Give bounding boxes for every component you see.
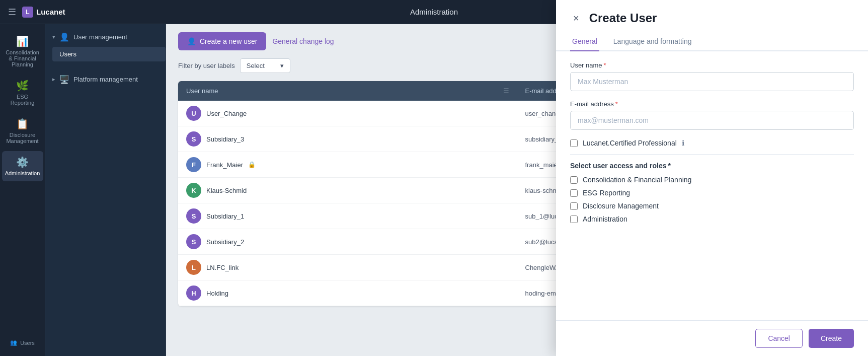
certified-label: Lucanet.Certified Professional — [583, 139, 677, 147]
role-row-admin: Administration — [570, 215, 854, 223]
platform-management-label: Platform management — [73, 76, 138, 83]
username-input[interactable] — [570, 72, 854, 91]
sidebar-item-label: ESG Reporting — [6, 94, 39, 106]
sidebar-bottom: 👥 Users — [0, 335, 45, 356]
roles-list: Consolidation & Financial Planning ESG R… — [570, 176, 854, 223]
tab-language[interactable]: Language and formatting — [611, 32, 694, 51]
role-row-esg: ESG Reporting — [570, 189, 854, 197]
cell-username: U User_Change — [178, 101, 517, 126]
user-management-label: User management — [73, 33, 127, 41]
role-row-dm: Disclosure Management — [570, 202, 854, 210]
chevron-right-icon: ▸ — [52, 76, 55, 83]
username-label: User name * — [570, 61, 854, 69]
user-mgmt-icon: 👤 — [59, 32, 69, 42]
role-checkbox-cfp[interactable] — [570, 176, 578, 184]
logo-text: Lucanet — [36, 8, 65, 16]
logo-icon: L — [22, 7, 33, 18]
username-text: Subsidiary_1 — [206, 212, 244, 220]
roles-section-label: Select user access and roles * — [570, 162, 854, 170]
topbar-title: Administration — [410, 8, 458, 16]
modal-footer: Cancel Create — [556, 320, 868, 356]
hamburger-icon[interactable]: ☰ — [8, 7, 16, 18]
chevron-down-icon: ▾ — [280, 62, 284, 69]
required-asterisk: * — [668, 162, 670, 170]
avatar: L — [186, 260, 201, 275]
close-button[interactable]: × — [570, 12, 582, 25]
username-text: User_Change — [206, 110, 247, 117]
logo: L Lucanet — [22, 7, 65, 18]
certified-checkbox-row: Lucanet.Certified Professional ℹ — [570, 139, 854, 147]
role-checkbox-esg[interactable] — [570, 189, 578, 197]
sidebar-item-users[interactable]: Users — [52, 47, 166, 61]
tab-general[interactable]: General — [570, 32, 599, 51]
role-row-cfp: Consolidation & Financial Planning — [570, 176, 854, 184]
platform-icon: 🖥️ — [59, 75, 69, 84]
filter-select[interactable]: Select ▾ — [240, 58, 290, 73]
chart-icon: 📊 — [16, 35, 29, 47]
role-label-esg: ESG Reporting — [583, 189, 630, 197]
second-sidebar: ▾ 👤 User management Users ▸ 🖥️ Platform … — [45, 24, 166, 356]
cell-username: L LN.FC_link — [178, 255, 517, 280]
platform-management-section: ▸ 🖥️ Platform management — [45, 66, 166, 92]
cell-username: S Subsidiary_2 — [178, 229, 517, 254]
modal-title: Create User — [589, 11, 657, 25]
username-text: LN.FC_link — [206, 264, 239, 271]
modal-header: × Create User — [556, 0, 868, 25]
sidebar-item-esg[interactable]: 🌿 ESG Reporting — [2, 75, 43, 111]
cell-username: K Klaus-Schmid — [178, 178, 517, 203]
avatar: H — [186, 286, 201, 301]
avatar: S — [186, 131, 201, 147]
user-management-section: ▾ 👤 User management Users — [45, 24, 166, 66]
cell-username: H Holding — [178, 280, 517, 306]
col-header-username: User name ☰ — [178, 81, 517, 101]
username-text: Frank_Maier — [206, 161, 243, 169]
required-asterisk: * — [604, 61, 606, 69]
avatar: S — [186, 234, 201, 249]
sidebar-users-link[interactable]: 👥 Users — [6, 335, 39, 350]
platform-management-header[interactable]: ▸ 🖥️ Platform management — [45, 70, 166, 88]
role-label-admin: Administration — [583, 215, 627, 223]
cell-username: S Subsidiary_3 — [178, 126, 517, 152]
required-asterisk: * — [615, 100, 618, 108]
cancel-button[interactable]: Cancel — [755, 329, 803, 348]
role-label-dm: Disclosure Management — [583, 202, 659, 210]
sidebar-item-admin[interactable]: ⚙️ Administration — [2, 151, 43, 181]
lock-icon: 🔒 — [248, 161, 256, 168]
email-input[interactable] — [570, 111, 854, 130]
column-menu-icon[interactable]: ☰ — [503, 87, 509, 95]
divider — [570, 154, 854, 155]
modal-tabs: General Language and formatting — [556, 25, 868, 51]
admin-icon: ⚙️ — [16, 156, 29, 168]
username-text: Subsidiary_3 — [206, 135, 244, 143]
filter-label: Filter by user labels — [178, 62, 235, 69]
create-user-label: Create a new user — [200, 37, 257, 45]
sidebar-item-label: Disclosure Management — [6, 132, 39, 144]
create-user-modal: × Create User General Language and forma… — [556, 0, 868, 356]
create-new-user-button[interactable]: 👤 Create a new user — [178, 32, 266, 50]
cell-username: S Subsidiary_1 — [178, 203, 517, 229]
email-field-group: E-mail address * — [570, 100, 854, 130]
user-management-header[interactable]: ▾ 👤 User management — [45, 28, 166, 46]
username-text: Klaus-Schmid — [206, 187, 247, 194]
filter-select-value: Select — [247, 62, 265, 69]
avatar: S — [186, 208, 201, 224]
sidebar-item-label: Administration — [5, 170, 40, 176]
chevron-down-icon: ▾ — [52, 34, 55, 40]
role-label-cfp: Consolidation & Financial Planning — [583, 176, 691, 184]
sidebar-item-disclosure[interactable]: 📋 Disclosure Management — [2, 113, 43, 149]
role-checkbox-admin[interactable] — [570, 216, 578, 223]
add-user-icon: 👤 — [187, 37, 196, 45]
change-log-button[interactable]: General change log — [272, 37, 334, 45]
create-button[interactable]: Create — [809, 329, 854, 348]
cell-username: F Frank_Maier 🔒 — [178, 152, 517, 177]
left-sidebar: 📊 Consolidation & Financial Planning 🌿 E… — [0, 24, 45, 356]
certified-checkbox[interactable] — [570, 139, 578, 147]
avatar: F — [186, 157, 201, 172]
info-icon[interactable]: ℹ — [682, 139, 684, 147]
users-icon: 👥 — [10, 339, 17, 346]
role-checkbox-dm[interactable] — [570, 202, 578, 210]
sidebar-item-consolidation[interactable]: 📊 Consolidation & Financial Planning — [2, 30, 43, 73]
esg-icon: 🌿 — [16, 80, 29, 92]
username-text: Holding — [206, 290, 228, 297]
user-management-submenu: Users — [45, 46, 166, 62]
